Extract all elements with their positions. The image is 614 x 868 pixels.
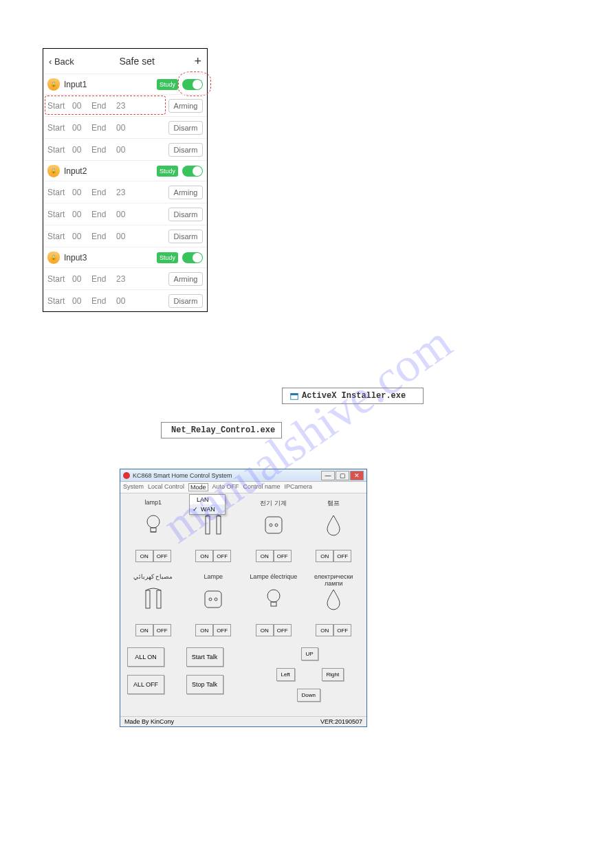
start-label: Start bbox=[47, 210, 72, 219]
down-button[interactable]: Down bbox=[297, 689, 320, 702]
maximize-button[interactable]: ▢ bbox=[336, 471, 349, 480]
end-label: End bbox=[91, 145, 116, 155]
menu-control-name[interactable]: Control name bbox=[243, 483, 281, 491]
drop-icon bbox=[305, 586, 363, 613]
disarm-button[interactable]: Disarm bbox=[168, 294, 203, 308]
off-button[interactable]: OFF bbox=[274, 550, 292, 562]
start-value[interactable]: 00 bbox=[72, 274, 91, 284]
disarm-button[interactable]: Disarm bbox=[168, 143, 203, 157]
study-badge[interactable]: Study bbox=[157, 252, 178, 263]
arming-button[interactable]: Arming bbox=[168, 99, 203, 113]
end-label: End bbox=[91, 123, 116, 133]
off-button[interactable]: OFF bbox=[333, 624, 351, 636]
minimize-button[interactable]: — bbox=[321, 471, 335, 480]
arming-button[interactable]: Arming bbox=[168, 272, 203, 286]
end-value[interactable]: 00 bbox=[116, 145, 135, 155]
arming-button[interactable]: Arming bbox=[168, 186, 203, 199]
installer-icon bbox=[289, 391, 299, 401]
stop-talk-button[interactable]: Stop Talk bbox=[186, 675, 223, 694]
add-icon[interactable]: + bbox=[194, 54, 201, 69]
on-button[interactable]: ON bbox=[135, 624, 153, 636]
on-button[interactable]: ON bbox=[316, 624, 333, 636]
time-row: Start 00 End 23 Arming bbox=[43, 267, 207, 289]
study-badge[interactable]: Study bbox=[157, 79, 178, 90]
svg-point-16 bbox=[215, 598, 217, 601]
socket-icon bbox=[245, 511, 303, 539]
svg-rect-5 bbox=[151, 528, 156, 532]
start-value[interactable]: 00 bbox=[72, 101, 91, 111]
study-badge[interactable]: Study bbox=[157, 166, 178, 177]
dropdown-wan[interactable]: WAN bbox=[190, 504, 225, 514]
back-button[interactable]: ‹ Back bbox=[49, 56, 74, 67]
svg-rect-8 bbox=[217, 516, 221, 534]
up-button[interactable]: UP bbox=[301, 647, 318, 660]
end-value[interactable]: 00 bbox=[116, 210, 135, 219]
off-button[interactable]: OFF bbox=[153, 550, 171, 562]
device-label: Lampe électrique bbox=[245, 573, 303, 581]
start-value[interactable]: 00 bbox=[72, 188, 91, 197]
off-button[interactable]: OFF bbox=[153, 624, 171, 636]
activex-installer-file[interactable]: ActiveX Installer.exe bbox=[282, 388, 424, 404]
close-button[interactable]: ✕ bbox=[350, 471, 364, 480]
shield-icon: 🔒 bbox=[47, 165, 60, 177]
start-talk-button[interactable]: Start Talk bbox=[186, 647, 223, 667]
device-label: 전기 기계 bbox=[245, 499, 303, 507]
dropdown-lan[interactable]: LAN bbox=[190, 495, 225, 504]
start-value[interactable]: 00 bbox=[72, 123, 91, 133]
netrelay-control-file[interactable]: ● Net_Relay_Control.exe bbox=[161, 422, 282, 438]
svg-rect-7 bbox=[206, 516, 210, 534]
drop-icon bbox=[305, 511, 363, 539]
on-button[interactable]: ON bbox=[316, 550, 333, 562]
menu-ipcamera[interactable]: IPCamera bbox=[285, 483, 313, 491]
left-button[interactable]: Left bbox=[276, 668, 295, 681]
on-button[interactable]: ON bbox=[256, 550, 274, 562]
off-button[interactable]: OFF bbox=[213, 624, 231, 636]
off-button[interactable]: OFF bbox=[274, 624, 292, 636]
mode-dropdown: LAN WAN bbox=[189, 494, 226, 515]
start-value[interactable]: 00 bbox=[72, 296, 91, 306]
all-on-button[interactable]: ALL ON bbox=[127, 647, 164, 667]
start-value[interactable]: 00 bbox=[72, 210, 91, 219]
end-value[interactable]: 23 bbox=[116, 101, 135, 111]
end-value[interactable]: 00 bbox=[116, 123, 135, 133]
off-button[interactable]: OFF bbox=[213, 550, 231, 562]
end-value[interactable]: 23 bbox=[116, 274, 135, 284]
input1-toggle[interactable] bbox=[182, 79, 203, 90]
start-value[interactable]: 00 bbox=[72, 232, 91, 241]
disarm-button[interactable]: Disarm bbox=[168, 230, 203, 243]
svg-point-15 bbox=[209, 598, 212, 601]
on-button[interactable]: ON bbox=[256, 624, 274, 636]
svg-rect-12 bbox=[146, 590, 150, 608]
device-label: مصباح كهربائي bbox=[124, 573, 182, 581]
device-label: електрически лампи bbox=[305, 573, 363, 581]
all-off-button[interactable]: ALL OFF bbox=[127, 675, 164, 694]
menu-auto-off[interactable]: Auto OFF bbox=[212, 483, 239, 491]
shield-icon: 🔒 bbox=[47, 78, 60, 91]
disarm-button[interactable]: Disarm bbox=[168, 208, 203, 221]
start-label: Start bbox=[47, 188, 72, 197]
on-button[interactable]: ON bbox=[195, 624, 213, 636]
input2-toggle[interactable] bbox=[182, 166, 203, 177]
kc868-window: KC868 Smart Home Control System — ▢ ✕ Sy… bbox=[120, 469, 367, 727]
off-button[interactable]: OFF bbox=[333, 550, 351, 562]
end-value[interactable]: 00 bbox=[116, 232, 135, 241]
right-button[interactable]: Right bbox=[322, 668, 344, 681]
end-value[interactable]: 23 bbox=[116, 188, 135, 197]
time-row: Start 00 End 00 Disarm bbox=[43, 289, 207, 311]
on-button[interactable]: ON bbox=[195, 550, 213, 562]
menu-mode[interactable]: Mode bbox=[188, 483, 208, 491]
menu-system[interactable]: System bbox=[123, 483, 144, 491]
status-bar: Made By KinCony VER:20190507 bbox=[120, 716, 366, 726]
input3-toggle[interactable] bbox=[182, 252, 203, 263]
gate-icon bbox=[124, 586, 182, 613]
input3-label: Input3 bbox=[64, 253, 157, 263]
time-row: Start 00 End 00 Disarm bbox=[43, 116, 207, 138]
on-button[interactable]: ON bbox=[135, 550, 153, 562]
start-value[interactable]: 00 bbox=[72, 145, 91, 155]
end-value[interactable]: 00 bbox=[116, 296, 135, 306]
svg-rect-13 bbox=[157, 590, 161, 608]
menu-local-control[interactable]: Local Control bbox=[148, 483, 184, 491]
end-label: End bbox=[91, 296, 116, 306]
device-label: 램프 bbox=[305, 499, 363, 507]
disarm-button[interactable]: Disarm bbox=[168, 121, 203, 135]
